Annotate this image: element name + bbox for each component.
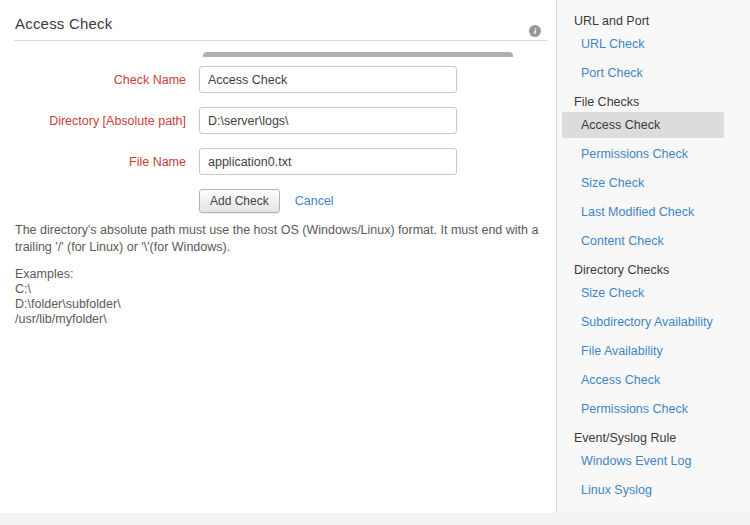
form-row-file-name: File Name	[0, 148, 556, 175]
sidebar-item-port-check[interactable]: Port Check	[557, 60, 750, 86]
examples-title: Examples:	[15, 267, 541, 282]
examples-block: Examples: C:\ D:\folder\subfolder\ /usr/…	[15, 267, 541, 327]
section-event-syslog-rule: Event/Syslog Rule	[557, 429, 750, 447]
directory-help-text: The directory's absolute path must use t…	[15, 222, 539, 256]
access-check-page: Access Check i Check Name Directory [Abs…	[0, 0, 750, 525]
directory-input[interactable]	[199, 107, 457, 134]
example-path: D:\folder\subfolder\	[15, 297, 541, 312]
page-header: Access Check i	[14, 0, 548, 41]
sidebar-item-content-check[interactable]: Content Check	[557, 228, 750, 254]
check-form: Check Name Directory [Absolute path] Fil…	[0, 66, 556, 213]
add-check-button[interactable]: Add Check	[199, 189, 280, 213]
sidebar-item-dir-permissions-check[interactable]: Permissions Check	[557, 396, 750, 422]
sidebar-item-linux-syslog[interactable]: Linux Syslog	[557, 477, 750, 503]
sidebar-item-last-modified-check[interactable]: Last Modified Check	[557, 199, 750, 225]
sidebar-item-size-check[interactable]: Size Check	[557, 170, 750, 196]
form-row-check-name: Check Name	[0, 66, 556, 93]
section-directory-checks: Directory Checks	[557, 261, 750, 279]
page-title: Access Check	[15, 15, 548, 32]
sidebar-item-dir-size-check[interactable]: Size Check	[557, 280, 750, 306]
sidebar-item-subdirectory-availability[interactable]: Subdirectory Availability	[557, 309, 750, 335]
footer-strip	[0, 513, 750, 525]
check-name-label: Check Name	[0, 73, 186, 87]
section-url-and-port: URL and Port	[557, 12, 750, 30]
sidebar-item-dir-access-check[interactable]: Access Check	[557, 367, 750, 393]
tooltip-artifact	[203, 52, 513, 57]
info-icon[interactable]: i	[529, 25, 541, 37]
file-name-input[interactable]	[199, 148, 457, 175]
sidebar-item-access-check[interactable]: Access Check	[562, 112, 724, 138]
sidebar-item-permissions-check[interactable]: Permissions Check	[557, 141, 750, 167]
check-type-sidebar: URL and Port URL Check Port Check File C…	[557, 0, 750, 513]
check-name-input[interactable]	[199, 66, 457, 93]
main-panel: Access Check i Check Name Directory [Abs…	[0, 0, 556, 513]
example-path: /usr/lib/myfolder\	[15, 312, 541, 327]
example-path: C:\	[15, 282, 541, 297]
directory-label: Directory [Absolute path]	[0, 114, 186, 128]
sidebar-item-windows-event-log[interactable]: Windows Event Log	[557, 448, 750, 474]
section-file-checks: File Checks	[557, 93, 750, 111]
form-actions: Add Check Cancel	[199, 189, 556, 213]
cancel-link[interactable]: Cancel	[295, 194, 334, 208]
form-row-directory: Directory [Absolute path]	[0, 107, 556, 134]
sidebar-item-url-check[interactable]: URL Check	[557, 31, 750, 57]
file-name-label: File Name	[0, 155, 186, 169]
sidebar-item-file-availability[interactable]: File Availability	[557, 338, 750, 364]
